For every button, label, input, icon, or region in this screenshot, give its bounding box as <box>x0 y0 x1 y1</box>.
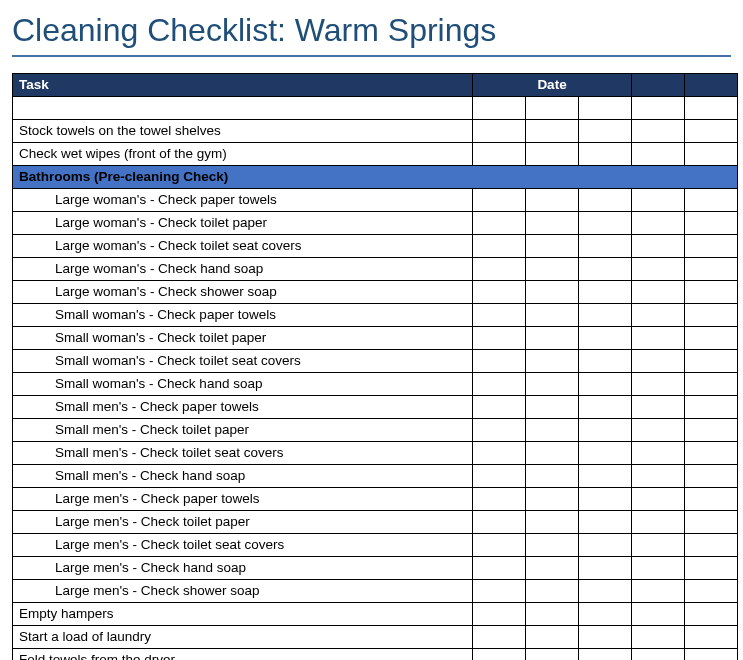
date-cell <box>579 534 632 557</box>
task-cell: Empty hampers <box>13 603 473 626</box>
date-cell <box>526 603 579 626</box>
header-row: Task Date <box>13 74 738 97</box>
date-cell <box>685 304 738 327</box>
task-cell: Small men's - Check toilet paper <box>13 419 473 442</box>
date-cell <box>632 534 685 557</box>
date-cell <box>526 350 579 373</box>
task-cell: Large men's - Check hand soap <box>13 557 473 580</box>
date-cell <box>579 281 632 304</box>
date-cell <box>632 212 685 235</box>
date-cell <box>579 143 632 166</box>
date-cell <box>579 327 632 350</box>
page-title: Cleaning Checklist: Warm Springs <box>12 12 731 49</box>
header-task: Task <box>13 74 473 97</box>
date-cell <box>632 511 685 534</box>
task-cell: Stock towels on the towel shelves <box>13 120 473 143</box>
date-cell <box>579 465 632 488</box>
date-cell <box>473 626 526 649</box>
date-cell <box>632 442 685 465</box>
date-cell <box>579 396 632 419</box>
date-cell <box>473 603 526 626</box>
date-cell <box>685 189 738 212</box>
date-cell <box>526 649 579 661</box>
date-cell <box>579 189 632 212</box>
task-cell: Small men's - Check toilet seat covers <box>13 442 473 465</box>
date-cell <box>579 258 632 281</box>
date-cell <box>579 557 632 580</box>
table-row <box>13 97 738 120</box>
date-cell <box>473 189 526 212</box>
date-cell <box>579 488 632 511</box>
date-cell <box>685 258 738 281</box>
date-cell <box>685 97 738 120</box>
table-row: Check wet wipes (front of the gym) <box>13 143 738 166</box>
date-cell <box>473 488 526 511</box>
date-cell <box>579 212 632 235</box>
task-cell <box>13 97 473 120</box>
date-cell <box>579 235 632 258</box>
table-row: Small woman's - Check toilet seat covers <box>13 350 738 373</box>
date-cell <box>685 649 738 661</box>
date-cell <box>526 442 579 465</box>
title-underline <box>12 55 731 57</box>
task-cell: Small woman's - Check toilet seat covers <box>13 350 473 373</box>
date-cell <box>579 580 632 603</box>
date-cell <box>579 304 632 327</box>
date-cell <box>685 534 738 557</box>
date-cell <box>685 212 738 235</box>
date-cell <box>685 465 738 488</box>
date-cell <box>632 557 685 580</box>
date-cell <box>632 189 685 212</box>
task-cell: Large woman's - Check paper towels <box>13 189 473 212</box>
date-cell <box>685 603 738 626</box>
date-cell <box>685 396 738 419</box>
table-row: Empty hampers <box>13 603 738 626</box>
date-cell <box>473 212 526 235</box>
task-cell: Fold towels from the dryer <box>13 649 473 661</box>
date-cell <box>579 603 632 626</box>
date-cell <box>632 304 685 327</box>
date-cell <box>526 373 579 396</box>
date-cell <box>685 580 738 603</box>
date-cell <box>579 373 632 396</box>
date-cell <box>526 465 579 488</box>
table-row: Small men's - Check toilet paper <box>13 419 738 442</box>
task-cell: Large woman's - Check hand soap <box>13 258 473 281</box>
date-cell <box>526 304 579 327</box>
date-cell <box>685 442 738 465</box>
date-cell <box>473 396 526 419</box>
date-cell <box>632 488 685 511</box>
date-cell <box>579 350 632 373</box>
date-cell <box>632 235 685 258</box>
date-cell <box>579 419 632 442</box>
table-row: Small woman's - Check paper towels <box>13 304 738 327</box>
date-cell <box>685 327 738 350</box>
date-cell <box>526 327 579 350</box>
date-cell <box>526 557 579 580</box>
date-cell <box>579 97 632 120</box>
date-cell <box>473 465 526 488</box>
date-cell <box>579 649 632 661</box>
date-cell <box>473 557 526 580</box>
date-cell <box>526 235 579 258</box>
date-cell <box>685 143 738 166</box>
table-row: Small woman's - Check hand soap <box>13 373 738 396</box>
table-row: Large woman's - Check shower soap <box>13 281 738 304</box>
checklist-table: Task Date Stock towels on the towel shel… <box>12 73 738 660</box>
date-cell <box>685 350 738 373</box>
date-cell <box>632 143 685 166</box>
date-cell <box>632 626 685 649</box>
date-cell <box>685 488 738 511</box>
table-row: Small woman's - Check toilet paper <box>13 327 738 350</box>
date-cell <box>473 511 526 534</box>
date-cell <box>473 97 526 120</box>
table-row: Large woman's - Check paper towels <box>13 189 738 212</box>
date-cell <box>526 189 579 212</box>
date-cell <box>579 120 632 143</box>
date-cell <box>579 511 632 534</box>
date-cell <box>473 235 526 258</box>
date-cell <box>685 557 738 580</box>
table-row: Small men's - Check hand soap <box>13 465 738 488</box>
table-row: Start a load of laundry <box>13 626 738 649</box>
table-row: Large men's - Check shower soap <box>13 580 738 603</box>
